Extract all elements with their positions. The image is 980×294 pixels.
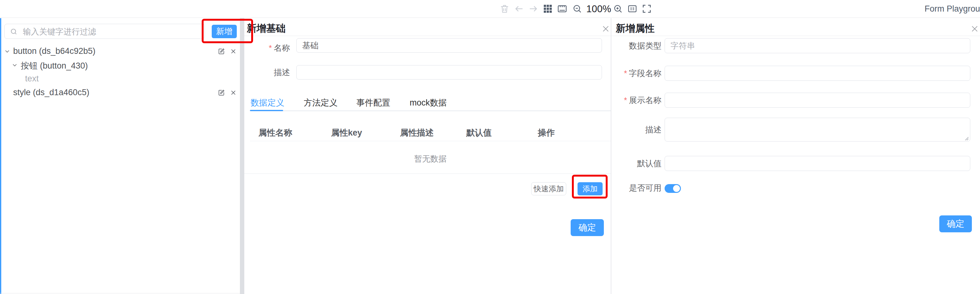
- arrow-left-icon[interactable]: [514, 3, 524, 14]
- edit-icon[interactable]: [217, 47, 226, 56]
- column-header: 操作: [538, 127, 555, 138]
- add-component-button[interactable]: 新增: [212, 25, 237, 38]
- toggle-knob: [673, 185, 680, 192]
- chevron-down-icon[interactable]: [11, 62, 18, 68]
- desc-field-label: 描述: [244, 65, 290, 79]
- tab-mock-data[interactable]: mock数据: [410, 97, 447, 108]
- field-name-input[interactable]: [665, 66, 970, 81]
- desc-label: 描述: [611, 118, 662, 141]
- tree-row-style[interactable]: style (ds_d1a460c5): [0, 86, 240, 100]
- resize-handle-icon[interactable]: [964, 136, 969, 141]
- base-dialog: 新增基础 *名称 描述 数据定义 方法定义 事件配置 mock数据 属性名称 属…: [244, 18, 611, 294]
- panel-columns-icon[interactable]: [627, 3, 638, 14]
- ruler-icon[interactable]: [557, 3, 568, 14]
- tree-row-anniu[interactable]: 按钮 (button_430): [0, 58, 240, 72]
- tab-data-definition[interactable]: 数据定义: [251, 97, 285, 108]
- search-input[interactable]: [22, 25, 201, 38]
- tab-method-definition[interactable]: 方法定义: [304, 97, 337, 108]
- app-title: Form Playground F: [924, 4, 980, 14]
- fullscreen-icon[interactable]: [641, 3, 652, 14]
- display-name-label: *展示名称: [611, 93, 662, 108]
- column-header: 属性key: [331, 127, 362, 138]
- attribute-dialog: 新增属性 数据类型 *字段名称 *展示名称 描述 默认值 是否可用 确定: [611, 18, 980, 294]
- default-value-label: 默认值: [611, 156, 662, 171]
- column-header: 默认值: [466, 127, 492, 138]
- dialog-title: 新增属性: [616, 22, 655, 35]
- chevron-down-icon[interactable]: [4, 48, 11, 55]
- display-name-input[interactable]: [665, 93, 970, 108]
- divider: [244, 173, 611, 174]
- tree-node-label: text: [25, 74, 39, 84]
- close-icon[interactable]: [229, 47, 237, 56]
- enabled-label: 是否可用: [611, 180, 662, 195]
- top-toolbar: 100% Form Playground F: [0, 0, 980, 18]
- required-asterisk: *: [269, 43, 272, 52]
- desc-input[interactable]: [296, 65, 602, 79]
- confirm-button[interactable]: 确定: [939, 215, 972, 232]
- divider: [244, 36, 611, 36]
- arrow-right-icon[interactable]: [528, 3, 539, 14]
- tree-node-label: style (ds_d1a460c5): [13, 88, 89, 97]
- zoom-level-value: 100%: [586, 3, 611, 15]
- tab-track: [250, 111, 611, 111]
- search-box: [5, 24, 205, 39]
- column-header: 属性描述: [400, 127, 434, 138]
- close-icon[interactable]: [229, 89, 237, 97]
- empty-table-text: 暂无数据: [250, 153, 611, 164]
- tree-row-button[interactable]: button (ds_b64c92b5): [0, 44, 240, 58]
- tree-row-text[interactable]: text: [0, 72, 240, 86]
- required-asterisk: *: [624, 95, 627, 105]
- data-type-input[interactable]: [665, 38, 970, 53]
- desc-textarea[interactable]: [665, 118, 970, 141]
- add-button[interactable]: 添加: [578, 182, 603, 195]
- enabled-toggle[interactable]: [665, 184, 681, 193]
- edit-icon[interactable]: [217, 89, 226, 97]
- name-input[interactable]: [296, 38, 602, 52]
- column-header: 属性名称: [258, 127, 292, 138]
- tab-event-config[interactable]: 事件配置: [356, 97, 390, 108]
- name-field-label: *名称: [244, 41, 290, 55]
- zoom-in-icon[interactable]: [612, 3, 623, 14]
- tree-node-label: 按钮 (button_430): [21, 60, 88, 72]
- grid-icon[interactable]: [542, 3, 553, 14]
- confirm-button[interactable]: 确定: [571, 219, 604, 236]
- trash-icon[interactable]: [499, 3, 510, 14]
- quick-add-button[interactable]: 快速添加: [531, 182, 566, 195]
- active-tab-indicator: [250, 110, 283, 111]
- scrollbar-track[interactable]: [240, 18, 244, 294]
- zoom-out-icon[interactable]: [572, 3, 582, 14]
- data-type-label: 数据类型: [611, 38, 662, 53]
- divider: [611, 36, 980, 36]
- component-tree-panel: 新增 button (ds_b64c92b5) 按钮 (button_430) …: [0, 18, 240, 294]
- field-name-label: *字段名称: [611, 66, 662, 81]
- divider: [250, 141, 611, 141]
- required-asterisk: *: [624, 68, 627, 78]
- close-icon[interactable]: [970, 24, 979, 33]
- tree-node-label: button (ds_b64c92b5): [13, 46, 95, 56]
- default-value-input[interactable]: [665, 156, 970, 171]
- search-icon: [10, 27, 18, 36]
- close-icon[interactable]: [601, 24, 610, 33]
- dialog-title: 新增基础: [247, 22, 286, 35]
